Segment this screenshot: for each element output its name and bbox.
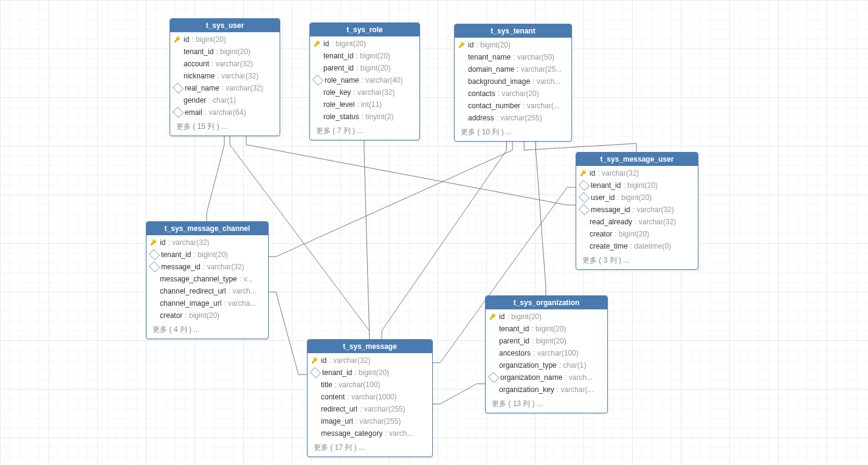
entity-t_sys_message_channel[interactable]: t_sys_message_channelid: varchar(32)tena…	[146, 221, 269, 339]
column-row[interactable]: organization_key: varchar(...	[486, 384, 607, 396]
column-type: : varch...	[532, 77, 560, 86]
column-name: parent_id	[323, 63, 354, 73]
column-row[interactable]: id: varchar(32)	[308, 354, 432, 367]
column-row[interactable]: gender: char(1)	[170, 94, 280, 106]
column-type: : varchar(32)	[168, 238, 209, 247]
column-row[interactable]: image_url: varchar(255)	[308, 415, 432, 427]
column-row[interactable]: email: varchar(64)	[170, 106, 280, 119]
column-row[interactable]: title: varchar(100)	[308, 379, 432, 391]
column-name: id	[321, 356, 326, 365]
column-row[interactable]: role_level: int(11)	[310, 98, 419, 111]
index-icon	[173, 83, 184, 94]
column-row[interactable]: creator: bigint(20)	[146, 309, 268, 322]
blank-icon	[458, 102, 466, 109]
column-row[interactable]: tenant_id: bigint(20)	[170, 46, 280, 58]
entity-t_sys_role[interactable]: t_sys_roleid: bigint(20)tenant_id: bigin…	[309, 22, 420, 140]
column-type: : bigint(20)	[507, 312, 542, 322]
entity-title[interactable]: t_sys_message_channel	[146, 222, 268, 235]
column-row[interactable]: contact_number: varchar(...	[455, 100, 571, 112]
column-row[interactable]: real_name: varchar(32)	[170, 82, 280, 94]
column-row[interactable]: contacts: varchar(20)	[455, 88, 571, 100]
more-columns-label[interactable]: 更多 ( 15 列 ) ...	[170, 120, 280, 136]
column-row[interactable]: tenant_id: bigint(20)	[310, 50, 419, 62]
entity-t_sys_organization[interactable]: t_sys_organizationid: bigint(20)tenant_i…	[485, 295, 608, 413]
column-row[interactable]: domain_name: varchar(25...	[455, 63, 571, 75]
blank-icon	[314, 64, 321, 72]
column-type: : bigint(20)	[331, 39, 366, 49]
column-name: ancestors	[499, 348, 531, 358]
column-row[interactable]: tenant_name: varchar(50)	[455, 51, 571, 63]
column-row[interactable]: role_key: varchar(32)	[310, 86, 419, 98]
column-row[interactable]: creator: bigint(20)	[576, 228, 698, 240]
blank-icon	[580, 230, 587, 238]
column-name: channel_redirect_url	[160, 286, 226, 296]
column-row[interactable]: id: bigint(20)	[486, 311, 607, 323]
entity-title[interactable]: t_sys_message	[308, 340, 432, 353]
entity-t_sys_message_user[interactable]: t_sys_message_userid: varchar(32)tenant_…	[576, 152, 698, 270]
column-row[interactable]: account: varchar(32)	[170, 58, 280, 70]
column-row[interactable]: role_name: varchar(40)	[310, 74, 419, 86]
entity-t_sys_user[interactable]: t_sys_userid: bigint(20)tenant_id: bigin…	[170, 18, 280, 136]
column-row[interactable]: channel_image_url: varcha...	[146, 297, 268, 309]
column-row[interactable]: redirect_url: varchar(255)	[308, 403, 432, 415]
more-columns-label[interactable]: 更多 ( 10 列 ) ...	[455, 125, 571, 141]
blank-icon	[489, 325, 497, 332]
column-row[interactable]: id: varchar(32)	[146, 236, 268, 249]
column-name: message_channel_type	[160, 274, 237, 284]
column-row[interactable]: id: varchar(32)	[576, 167, 698, 179]
more-columns-label[interactable]: 更多 ( 17 列 ) ...	[308, 441, 432, 456]
column-name: tenant_name	[468, 52, 511, 62]
column-type: : varch...	[385, 429, 413, 438]
column-row[interactable]: content: varchar(1000)	[308, 391, 432, 403]
column-row[interactable]: organization_type: char(1)	[486, 359, 607, 371]
column-row[interactable]: address: varchar(255)	[455, 112, 571, 124]
column-row[interactable]: id: bigint(20)	[455, 39, 571, 51]
column-row[interactable]: parent_id: bigint(20)	[486, 335, 607, 347]
blank-icon	[314, 89, 321, 96]
column-row[interactable]: tenant_id: bigint(20)	[486, 323, 607, 335]
column-name: user_id	[591, 193, 615, 202]
more-columns-label[interactable]: 更多 ( 7 列 ) ...	[310, 124, 419, 140]
column-row[interactable]: create_time: datetime(0)	[576, 240, 698, 252]
column-row[interactable]: background_image: varch...	[455, 75, 571, 88]
more-columns-label[interactable]: 更多 ( 3 列 ) ...	[576, 253, 698, 269]
primary-key-icon	[314, 40, 321, 47]
entity-t_sys_tenant[interactable]: t_sys_tenantid: bigint(20)tenant_name: v…	[454, 24, 572, 142]
blank-icon	[580, 243, 587, 250]
index-icon	[149, 261, 160, 272]
column-list: id: bigint(20)tenant_name: varchar(50)do…	[455, 38, 571, 125]
column-row[interactable]: user_id: bigint(20)	[576, 191, 698, 204]
column-name: background_image	[468, 77, 530, 86]
column-row[interactable]: channel_redirect_url: varch...	[146, 285, 268, 297]
column-row[interactable]: message_category: varch...	[308, 427, 432, 439]
column-row[interactable]: read_already: varchar(32)	[576, 216, 698, 228]
canvas-grid	[0, 0, 868, 465]
column-row[interactable]: tenant_id: bigint(20)	[146, 249, 268, 261]
blank-icon	[311, 393, 319, 401]
entity-title[interactable]: t_sys_user	[170, 19, 280, 32]
column-row[interactable]: ancestors: varchar(100)	[486, 347, 607, 359]
column-row[interactable]: message_id: varchar(32)	[146, 261, 268, 273]
entity-title[interactable]: t_sys_organization	[486, 296, 607, 309]
column-row[interactable]: nickname: varchar(32)	[170, 70, 280, 82]
column-name: redirect_url	[321, 404, 357, 414]
more-columns-label[interactable]: 更多 ( 4 列 ) ...	[146, 323, 268, 339]
column-row[interactable]: message_id: varchar(32)	[576, 204, 698, 216]
column-row[interactable]: tenant_id: bigint(20)	[308, 367, 432, 379]
column-row[interactable]: tenant_id: bigint(20)	[576, 179, 698, 191]
entity-title[interactable]: t_sys_role	[310, 23, 419, 36]
column-row[interactable]: id: bigint(20)	[310, 38, 419, 50]
column-name: id	[499, 312, 505, 322]
column-row[interactable]: message_channel_type: v...	[146, 273, 268, 285]
column-row[interactable]: parent_id: bigint(20)	[310, 62, 419, 74]
column-name: tenant_id	[184, 47, 213, 57]
entity-t_sys_message[interactable]: t_sys_messageid: varchar(32)tenant_id: b…	[307, 339, 433, 457]
column-type: : bigint(20)	[617, 193, 652, 202]
column-row[interactable]: id: bigint(20)	[170, 33, 280, 46]
column-row[interactable]: role_status: tinyint(2)	[310, 111, 419, 123]
column-type: : varchar(25...	[517, 64, 562, 74]
entity-title[interactable]: t_sys_tenant	[455, 24, 571, 38]
more-columns-label[interactable]: 更多 ( 13 列 ) ...	[486, 397, 607, 413]
column-row[interactable]: organization_name: varch...	[486, 371, 607, 384]
entity-title[interactable]: t_sys_message_user	[576, 153, 698, 166]
